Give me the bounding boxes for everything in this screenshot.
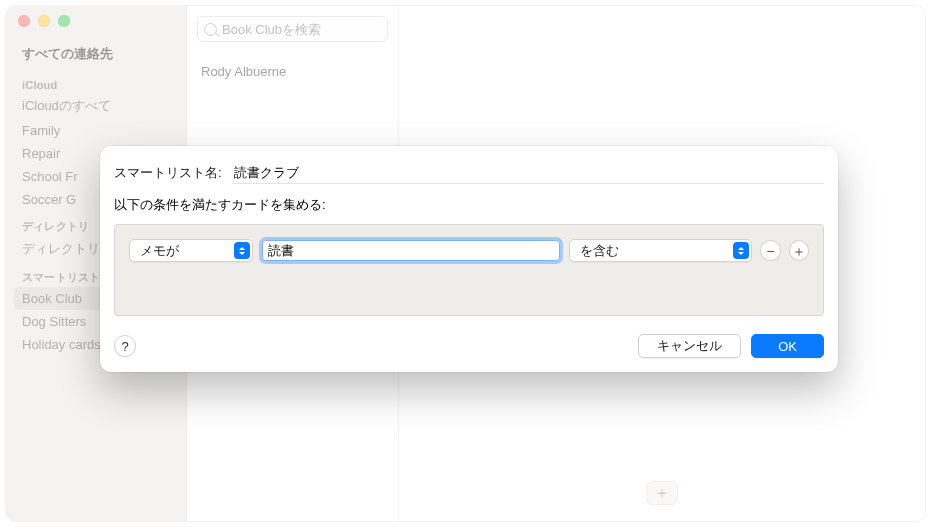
smart-list-dialog: スマートリスト名: 以下の条件を満たすカードを集める: メモが を含む − ＋ … [100,146,838,372]
rule-row: メモが を含む − ＋ [129,239,809,262]
sidebar-title: すべての連絡先 [6,45,186,71]
search-field[interactable] [197,16,388,42]
rules-instruction: 以下の条件を満たすカードを集める: [114,196,824,214]
help-button[interactable]: ? [114,335,136,357]
add-contact-button[interactable]: ＋ [646,481,678,505]
window-controls [6,15,186,27]
rule-value-input[interactable] [261,239,561,262]
rule-operator-popup[interactable]: を含む [569,239,753,262]
rule-field-popup[interactable]: メモが [129,239,253,262]
smartlist-name-input[interactable] [232,162,824,184]
remove-rule-button[interactable]: − [760,240,780,261]
chevron-updown-icon [733,242,749,259]
search-icon [204,23,217,36]
close-window-button[interactable] [18,15,30,27]
zoom-window-button[interactable] [58,15,70,27]
chevron-updown-icon [234,242,250,259]
contact-row[interactable]: Rody Albuerne [187,50,398,93]
rules-container: メモが を含む − ＋ [114,224,824,316]
smartlist-name-label: スマートリスト名: [114,164,222,182]
add-rule-button[interactable]: ＋ [789,240,809,261]
rule-operator-value: を含む [580,242,619,260]
cancel-button[interactable]: キャンセル [638,334,741,358]
sidebar-item-icloud-all[interactable]: iCloudのすべて [6,93,186,119]
sidebar-section-icloud: iCloud [6,71,186,93]
search-input[interactable] [222,22,381,37]
ok-button[interactable]: OK [751,334,824,358]
sidebar-item-family[interactable]: Family [6,119,186,142]
rule-field-value: メモが [140,242,179,260]
minimize-window-button[interactable] [38,15,50,27]
contacts-window: すべての連絡先 iCloud iCloudのすべて Family Repair … [6,6,925,521]
